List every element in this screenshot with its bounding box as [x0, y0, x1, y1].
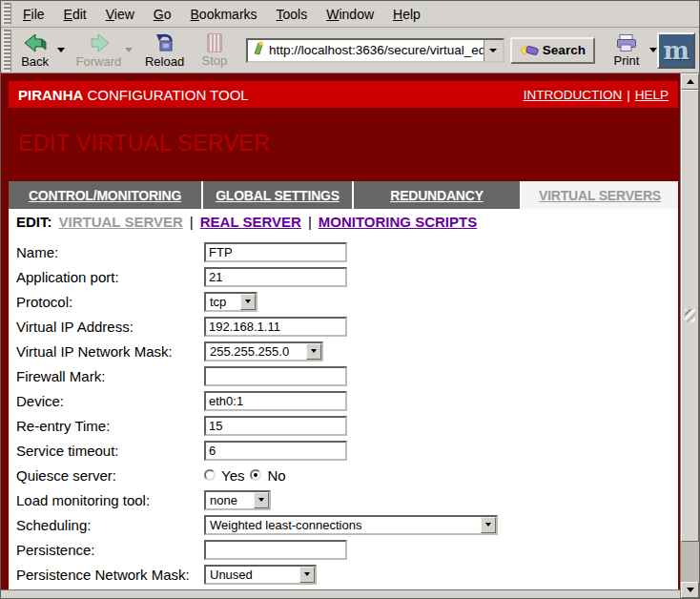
menu-go[interactable]: Go — [144, 3, 181, 26]
form-row-protocol: Protocol: tcp — [16, 289, 678, 314]
virtual-ip-field[interactable] — [204, 317, 347, 337]
menu-view[interactable]: View — [96, 3, 144, 26]
form-row-quiesce-server: Quiesce server: Yes No — [16, 463, 678, 487]
search-button[interactable]: Search — [510, 37, 595, 64]
firewall-mark-field[interactable] — [204, 366, 347, 386]
back-icon — [23, 32, 48, 53]
scroll-up-button[interactable] — [681, 73, 699, 90]
service-timeout-field[interactable] — [204, 441, 347, 461]
vertical-scrollbar[interactable] — [680, 73, 699, 598]
chevron-down-icon[interactable] — [306, 343, 321, 360]
mozilla-logo[interactable]: m — [657, 32, 695, 69]
url-input[interactable] — [269, 40, 484, 61]
browser-viewport: PIRANHA CONFIGURATION TOOL INTRODUCTION … — [1, 73, 699, 598]
form-row-service-timeout: Service timeout: — [16, 438, 678, 463]
page-proxy-icon[interactable] — [252, 41, 265, 59]
form-row-persistence-netmask: Persistence Network Mask: Unused — [16, 562, 678, 587]
reentry-time-field[interactable] — [204, 416, 347, 436]
application-port-field[interactable] — [204, 267, 347, 287]
form-row-persistence: Persistence: — [16, 537, 678, 562]
form-row-load-monitoring: Load monitoring tool: none — [16, 487, 678, 512]
load-monitoring-select[interactable]: none — [204, 490, 271, 510]
page-title: EDIT VIRTUAL SERVER — [18, 131, 678, 156]
edit-subnav: EDIT: VIRTUAL SERVER | REAL SERVER | MON… — [9, 209, 678, 235]
menu-bookmarks[interactable]: Bookmarks — [181, 3, 267, 26]
content-panel: CONTROL/MONITORING GLOBAL SETTINGS REDUN… — [9, 181, 678, 589]
scrollbar-thumb[interactable] — [681, 90, 699, 542]
app-title: PIRANHA CONFIGURATION TOOL — [18, 87, 249, 103]
menu-bar: File Edit View Go Bookmarks Tools Window… — [1, 1, 699, 28]
form-row-name: Name: — [16, 239, 678, 264]
device-field[interactable] — [204, 391, 347, 411]
quiesce-no-radio[interactable] — [250, 469, 261, 481]
subnav-prefix: EDIT: — [16, 214, 52, 230]
scroll-down-button[interactable] — [681, 582, 699, 598]
subnav-virtual-server: VIRTUAL SERVER — [59, 214, 183, 230]
persistence-field[interactable] — [204, 540, 347, 560]
chevron-down-icon[interactable] — [481, 517, 496, 533]
scrollbar-track[interactable] — [681, 542, 699, 582]
url-history-dropdown[interactable] — [484, 40, 503, 61]
persistence-netmask-select[interactable]: Unused — [204, 565, 317, 585]
search-flashlight-icon — [520, 43, 539, 58]
forward-dropdown[interactable] — [124, 30, 133, 72]
chevron-down-icon[interactable] — [299, 567, 315, 583]
forward-button[interactable]: Forward — [73, 30, 124, 72]
scrollbar-grip-icon — [685, 309, 695, 322]
toolbar-grip-handle[interactable] — [3, 30, 11, 72]
name-field[interactable] — [204, 242, 347, 262]
tab-global-settings[interactable]: GLOBAL SETTINGS — [203, 181, 352, 209]
page-content: PIRANHA CONFIGURATION TOOL INTRODUCTION … — [1, 73, 680, 589]
menu-edit[interactable]: Edit — [54, 3, 96, 26]
reload-button[interactable]: Reload — [142, 30, 187, 72]
stop-icon — [207, 33, 222, 52]
url-bar — [246, 38, 504, 63]
back-dropdown[interactable] — [57, 30, 66, 72]
virtual-netmask-select[interactable]: 255.255.255.0 — [204, 341, 323, 361]
form-row-virtual-netmask: Virtual IP Network Mask: 255.255.255.0 — [16, 339, 678, 363]
print-button[interactable]: Print — [605, 30, 649, 72]
tab-bar: CONTROL/MONITORING GLOBAL SETTINGS REDUN… — [9, 181, 678, 209]
form-row-reentry-time: Re-entry Time: — [16, 413, 678, 438]
virtual-server-form: Name: Application port: Protocol: tcp — [9, 235, 678, 589]
tab-redundancy[interactable]: REDUNDANCY — [354, 181, 520, 209]
menu-window[interactable]: Window — [317, 3, 383, 26]
navigation-toolbar: Back Forward Reload — [1, 28, 699, 73]
stop-button[interactable]: Stop — [193, 30, 237, 72]
menu-help[interactable]: Help — [383, 3, 430, 26]
form-row-device: Device: — [16, 388, 678, 413]
introduction-link[interactable]: INTRODUCTION — [524, 88, 623, 102]
scheduling-select[interactable]: Weighted least-connections — [204, 515, 498, 535]
quiesce-yes-radio[interactable] — [204, 469, 216, 481]
form-row-application-port: Application port: — [16, 264, 678, 289]
print-icon — [615, 33, 638, 52]
reload-icon — [154, 32, 176, 53]
header-link-separator: | — [627, 88, 630, 102]
chevron-down-icon[interactable] — [240, 294, 256, 310]
menu-file[interactable]: File — [13, 3, 54, 26]
back-button[interactable]: Back — [13, 30, 57, 72]
protocol-select[interactable]: tcp — [204, 292, 257, 312]
subnav-real-server-link[interactable]: REAL SERVER — [200, 214, 301, 230]
tab-virtual-servers[interactable]: VIRTUAL SERVERS — [522, 181, 678, 209]
tab-control-monitoring[interactable]: CONTROL/MONITORING — [9, 181, 201, 209]
status-strip — [1, 589, 680, 598]
form-row-scheduling: Scheduling: Weighted least-connections — [16, 512, 678, 537]
print-dropdown[interactable] — [649, 30, 657, 72]
form-row-firewall-mark: Firewall Mark: — [16, 363, 678, 388]
form-row-virtual-ip: Virtual IP Address: — [16, 314, 678, 339]
forward-icon — [86, 32, 111, 53]
menubar-grip-handle[interactable] — [3, 3, 11, 25]
subnav-monitoring-scripts-link[interactable]: MONITORING SCRIPTS — [319, 214, 477, 230]
chevron-down-icon[interactable] — [254, 492, 269, 508]
menu-tools[interactable]: Tools — [267, 3, 318, 26]
piranha-header-band: PIRANHA CONFIGURATION TOOL INTRODUCTION … — [9, 81, 678, 108]
browser-window: File Edit View Go Bookmarks Tools Window… — [0, 0, 700, 599]
help-link[interactable]: HELP — [635, 88, 669, 102]
